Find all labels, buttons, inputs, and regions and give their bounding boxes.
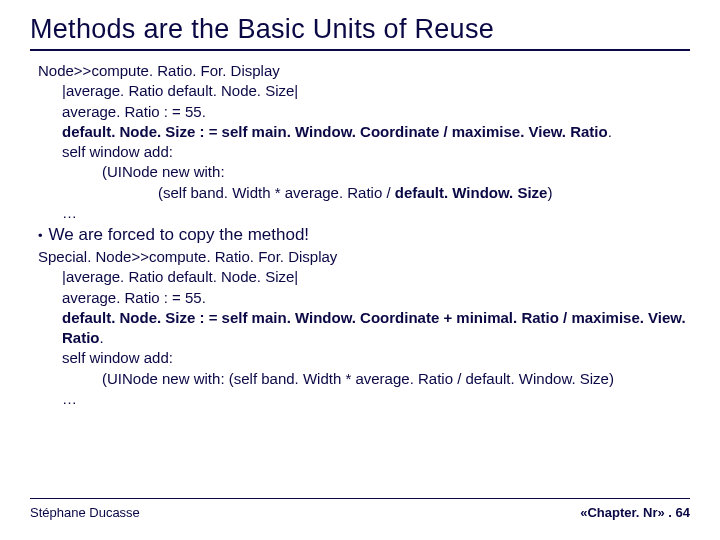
code-block-2: Special. Node>>compute. Ratio. For. Disp… — [30, 247, 690, 409]
title-underline — [30, 49, 690, 51]
code-line: average. Ratio : = 55. — [38, 288, 690, 308]
code-text: (self band. Width * average. Ratio / — [158, 184, 395, 201]
slide-footer: Stéphane Ducasse «Chapter. Nr» . 64 — [30, 498, 690, 520]
slide-title: Methods are the Basic Units of Reuse — [30, 14, 690, 45]
code-line: |average. Ratio default. Node. Size| — [38, 267, 690, 287]
code-bold: default. Node. Size : = self main. Windo… — [62, 123, 608, 140]
code-text: ) — [547, 184, 552, 201]
code-bold: default. Window. Size — [395, 184, 548, 201]
footer-row: Stéphane Ducasse «Chapter. Nr» . 64 — [30, 505, 690, 520]
code-text: . — [100, 329, 104, 346]
bullet-text: We are forced to copy the method! — [49, 225, 310, 244]
code-line: self window add: — [38, 142, 690, 162]
code-line: … — [38, 389, 690, 409]
code-line: (UINode new with: — [38, 162, 690, 182]
bullet-line: •We are forced to copy the method! — [30, 225, 690, 245]
code-line: (self band. Width * average. Ratio / def… — [38, 183, 690, 203]
code-line: Node>>compute. Ratio. For. Display — [38, 61, 690, 81]
code-line: default. Node. Size : = self main. Windo… — [38, 122, 690, 142]
code-line: default. Node. Size : = self main. Windo… — [38, 308, 690, 349]
bullet-dot-icon: • — [38, 228, 43, 243]
footer-author: Stéphane Ducasse — [30, 505, 140, 520]
code-block-1: Node>>compute. Ratio. For. Display |aver… — [30, 61, 690, 223]
footer-divider — [30, 498, 690, 499]
code-line: average. Ratio : = 55. — [38, 102, 690, 122]
code-text: . — [608, 123, 612, 140]
code-line: self window add: — [38, 348, 690, 368]
code-line: |average. Ratio default. Node. Size| — [38, 81, 690, 101]
code-line: (UINode new with: (self band. Width * av… — [38, 369, 690, 389]
code-bold: default. Node. Size : = self main. Windo… — [62, 309, 686, 346]
footer-chapter: «Chapter. Nr» . 64 — [580, 505, 690, 520]
code-line: … — [38, 203, 690, 223]
code-line: Special. Node>>compute. Ratio. For. Disp… — [38, 247, 690, 267]
